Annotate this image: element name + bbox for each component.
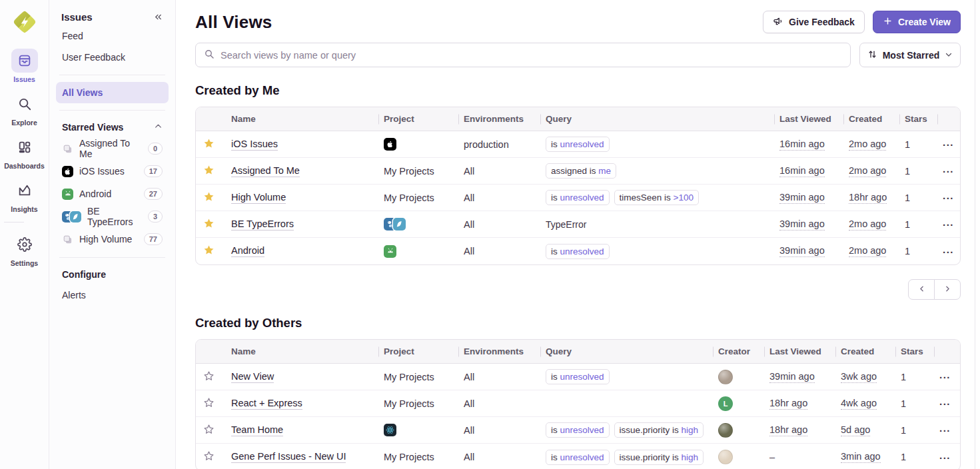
sidebar-item-user-feedback[interactable]: User Feedback bbox=[56, 47, 169, 68]
last-viewed-cell: 39min ago bbox=[774, 219, 843, 231]
table-row: iOS Issuesproductionis unresolved16min a… bbox=[196, 131, 960, 158]
project-cell: My Projects bbox=[378, 193, 458, 203]
environments-cell: All bbox=[458, 219, 540, 230]
star-filled-icon[interactable] bbox=[196, 138, 222, 151]
pagination-prev-button[interactable] bbox=[908, 279, 935, 300]
starred-views-list: Assigned To Me0iOS Issues17Android27BE T… bbox=[56, 137, 169, 250]
row-menu-button[interactable]: ... bbox=[939, 370, 951, 384]
column-header-project: Project bbox=[378, 114, 458, 124]
column-header-query: Query bbox=[540, 346, 713, 356]
section-created-by-me: Created by Me NameProjectEnvironmentsQue… bbox=[195, 83, 961, 300]
project-icons bbox=[384, 138, 396, 151]
view-name-link[interactable]: High Volume bbox=[231, 192, 286, 204]
rail-item-label: Explore bbox=[11, 119, 37, 127]
star-outline-icon[interactable] bbox=[196, 424, 222, 437]
row-menu-button[interactable]: ... bbox=[943, 164, 954, 178]
project-cell bbox=[378, 245, 458, 258]
sidebar-item-be-typeerrors[interactable]: BE TypeErrors3 bbox=[56, 205, 169, 228]
table-row: BE TypeErrorsAllTypeError39min ago2mo ag… bbox=[196, 211, 960, 238]
star-filled-icon[interactable] bbox=[196, 191, 222, 205]
timestamp: 16min ago bbox=[779, 165, 825, 177]
project-label: My Projects bbox=[384, 372, 434, 382]
sidebar-item-android[interactable]: Android27 bbox=[56, 183, 169, 205]
pagination-next-button[interactable] bbox=[934, 279, 961, 300]
collapse-chevrons-icon[interactable] bbox=[153, 12, 163, 22]
query-cell: is unresolvedissue.priority is high bbox=[540, 450, 713, 465]
stars-count-cell: 1 bbox=[899, 139, 937, 150]
give-feedback-button[interactable]: Give Feedback bbox=[763, 11, 865, 33]
sidebar-item-label: Feed bbox=[62, 31, 83, 41]
view-name-link[interactable]: Gene Perf Issues - New UI bbox=[231, 451, 346, 463]
app-window: IssuesExploreDashboardsInsightsSettings … bbox=[0, 0, 980, 469]
view-name-link[interactable]: BE TypeErrors bbox=[231, 219, 294, 231]
scrollbar-track[interactable] bbox=[975, 0, 975, 469]
org-logo[interactable] bbox=[11, 9, 38, 35]
column-header-stars: Stars bbox=[899, 114, 937, 124]
name-cell: High Volume bbox=[222, 192, 378, 204]
left-icon-rail: IssuesExploreDashboardsInsightsSettings bbox=[0, 0, 49, 469]
row-menu-button[interactable]: ... bbox=[943, 217, 954, 231]
name-cell: Assigned To Me bbox=[222, 165, 378, 177]
last-viewed-cell: 18hr ago bbox=[764, 424, 835, 436]
row-menu-button[interactable]: ... bbox=[939, 450, 951, 464]
view-name-link[interactable]: React + Express bbox=[231, 398, 302, 410]
star-outline-icon[interactable] bbox=[196, 450, 222, 464]
rail-item-issues[interactable]: Issues bbox=[4, 49, 45, 83]
sort-dropdown[interactable]: Most Starred bbox=[859, 43, 961, 67]
sidebar-item-feed[interactable]: Feed bbox=[56, 25, 169, 47]
row-menu-button[interactable]: ... bbox=[939, 396, 951, 410]
name-cell: Android bbox=[222, 245, 378, 257]
main-content: All Views Give Feedback Create View bbox=[176, 0, 980, 469]
view-name-link[interactable]: Assigned To Me bbox=[231, 165, 300, 177]
search-views-input[interactable] bbox=[221, 50, 842, 61]
star-filled-icon[interactable] bbox=[196, 165, 222, 178]
give-feedback-label: Give Feedback bbox=[789, 17, 855, 27]
star-filled-icon[interactable] bbox=[196, 218, 222, 231]
sidebar-item-all-views[interactable]: All Views bbox=[56, 82, 169, 103]
left-rail-items: IssuesExploreDashboardsInsightsSettings bbox=[4, 49, 45, 276]
android-icon bbox=[62, 189, 73, 200]
star-filled-icon[interactable] bbox=[196, 244, 222, 258]
timestamp: 5d ago bbox=[841, 424, 870, 436]
chevron-up-icon[interactable] bbox=[154, 122, 163, 133]
row-menu-button[interactable]: ... bbox=[943, 137, 954, 151]
page-title: All Views bbox=[195, 12, 272, 33]
sidebar-item-alerts[interactable]: Alerts bbox=[56, 284, 169, 306]
column-header-query: Query bbox=[540, 114, 774, 124]
sidebar-item-high-volume[interactable]: High Volume77 bbox=[56, 228, 169, 250]
query-cell: is unresolvedissue.priority is high bbox=[540, 422, 713, 438]
rail-item-explore[interactable]: Explore bbox=[4, 92, 45, 127]
create-view-button[interactable]: Create View bbox=[873, 11, 961, 33]
dashboards-grid-icon bbox=[11, 135, 38, 159]
column-header-creator: Creator bbox=[713, 346, 764, 356]
view-name-link[interactable]: Android bbox=[231, 245, 264, 257]
table-row: New ViewMy ProjectsAllis unresolved39min… bbox=[196, 364, 960, 390]
rail-item-insights[interactable]: Insights bbox=[4, 179, 45, 213]
timestamp: 3min ago bbox=[841, 451, 881, 463]
view-name-link[interactable]: Team Home bbox=[231, 424, 283, 436]
sidebar-item-assigned-to-me[interactable]: Assigned To Me0 bbox=[56, 137, 169, 160]
column-header-project: Project bbox=[378, 346, 458, 356]
view-name-link[interactable]: iOS Issues bbox=[231, 139, 278, 151]
menu-cell: ... bbox=[937, 244, 960, 258]
environments-cell: production bbox=[458, 139, 540, 150]
row-menu-button[interactable]: ... bbox=[943, 191, 954, 205]
sidebar-item-ios-issues[interactable]: iOS Issues17 bbox=[56, 160, 169, 183]
react-icon bbox=[384, 424, 396, 436]
rail-item-dashboards[interactable]: Dashboards bbox=[4, 135, 45, 170]
apple-icon bbox=[384, 138, 396, 151]
sidebar-title: Issues bbox=[61, 11, 93, 23]
star-outline-icon[interactable] bbox=[196, 370, 222, 384]
megaphone-icon bbox=[773, 16, 783, 29]
creator-cell bbox=[713, 450, 764, 464]
rail-item-label: Insights bbox=[11, 205, 37, 213]
query-text: TypeError bbox=[546, 219, 586, 230]
column-header-created: Created bbox=[843, 114, 899, 124]
created-cell: 3wk ago bbox=[835, 371, 895, 383]
row-menu-button[interactable]: ... bbox=[943, 244, 954, 258]
view-name-link[interactable]: New View bbox=[231, 371, 274, 383]
star-outline-icon[interactable] bbox=[196, 397, 222, 410]
row-menu-button[interactable]: ... bbox=[939, 423, 951, 437]
column-header-environments: Environments bbox=[458, 346, 540, 356]
rail-item-settings[interactable]: Settings bbox=[4, 233, 45, 267]
